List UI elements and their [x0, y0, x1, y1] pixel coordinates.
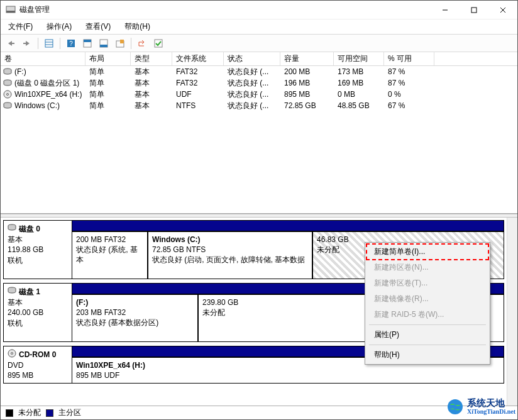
svg-point-29: [448, 399, 463, 414]
view-bottom-button[interactable]: [96, 36, 111, 50]
col-free[interactable]: 可用空间: [334, 52, 384, 65]
watermark-title: 系统天地: [467, 399, 515, 409]
menu-separator: [369, 345, 486, 345]
svg-point-23: [7, 94, 9, 96]
menu-properties[interactable]: 属性(P): [366, 327, 488, 343]
menu-view[interactable]: 查看(V): [80, 20, 116, 33]
maximize-button[interactable]: [460, 1, 488, 19]
menu-file[interactable]: 文件(F): [3, 20, 38, 33]
svg-point-28: [11, 353, 13, 355]
legend-swatch-unallocated: [6, 409, 13, 417]
volume-icon: [3, 67, 12, 76]
disk-topbar: [72, 220, 504, 231]
forward-button[interactable]: [19, 36, 35, 50]
legend-swatch-primary: [46, 409, 53, 417]
disk-info[interactable]: CD-ROM 0 DVD 895 MB: [3, 346, 72, 384]
minimize-button[interactable]: [431, 1, 460, 19]
svg-rect-8: [45, 40, 53, 47]
svg-rect-3: [471, 8, 477, 13]
settings-button[interactable]: [113, 36, 128, 50]
partition[interactable]: 200 MB FAT32 状态良好 (系统, 基本: [72, 231, 148, 279]
svg-rect-7: [23, 43, 26, 44]
col-status[interactable]: 状态: [224, 52, 280, 65]
back-button[interactable]: [3, 36, 18, 50]
help-button[interactable]: ?: [63, 36, 79, 50]
volume-row[interactable]: Win10XPE_x64 (H:) 简单 基本 UDF 状态良好 (... 89…: [1, 89, 517, 100]
volume-name: Win10XPE_x64 (H:): [14, 90, 82, 99]
menubar: 文件(F) 操作(A) 查看(V) 帮助(H): [1, 19, 517, 35]
menu-new-spanned-volume: 新建跨区卷(N)...: [366, 260, 488, 275]
globe-icon: [447, 399, 463, 415]
col-type[interactable]: 类型: [131, 52, 172, 65]
window-title: 磁盘管理: [19, 4, 431, 15]
volumes-header: 卷 布局 类型 文件系统 状态 容量 可用空间 % 可用: [1, 52, 517, 66]
menu-help[interactable]: 帮助(H): [119, 20, 155, 33]
svg-rect-19: [155, 40, 162, 47]
svg-rect-6: [11, 43, 14, 44]
app-icon: [6, 5, 16, 15]
volume-row[interactable]: Windows (C:) 简单 基本 NTFS 状态良好 (... 72.85 …: [1, 100, 517, 111]
volume-name: (磁盘 0 磁盘分区 1): [14, 78, 79, 89]
disk-info[interactable]: 磁盘 0 基本 119.88 GB 联机: [3, 220, 72, 279]
svg-rect-16: [100, 45, 107, 47]
menu-separator: [369, 324, 486, 325]
partition[interactable]: (F:) 203 MB FAT32 状态良好 (基本数据分区): [72, 294, 198, 342]
cd-icon: [8, 349, 16, 360]
disk-icon: [8, 223, 16, 235]
svg-rect-18: [120, 40, 124, 43]
col-filesystem[interactable]: 文件系统: [172, 52, 224, 65]
svg-text:?: ?: [69, 40, 73, 47]
menu-new-mirrored-volume: 新建镜像卷(R)...: [366, 291, 488, 307]
check-button[interactable]: [151, 36, 166, 50]
refresh-button[interactable]: [135, 36, 150, 50]
partition[interactable]: Windows (C:) 72.85 GB NTFS 状态良好 (启动, 页面文…: [148, 231, 312, 279]
volume-name: (F:): [14, 67, 26, 76]
col-volume[interactable]: 卷: [1, 52, 85, 65]
view-top-button[interactable]: [80, 36, 95, 50]
volume-row[interactable]: (磁盘 0 磁盘分区 1) 简单 基本 FAT32 状态良好 (... 196 …: [1, 77, 517, 89]
menu-new-simple-volume[interactable]: 新建简单卷(I)...: [366, 244, 488, 260]
menu-new-striped-volume: 新建带区卷(T)...: [366, 275, 488, 291]
col-size[interactable]: 容量: [280, 52, 334, 65]
titlebar: 磁盘管理: [1, 1, 517, 19]
volume-row[interactable]: (F:) 简单 基本 FAT32 状态良好 (... 200 MB 173 MB…: [1, 66, 517, 77]
svg-rect-14: [84, 40, 91, 42]
disk-info[interactable]: 磁盘 1 基本 240.00 GB 联机: [3, 283, 72, 342]
col-percent[interactable]: % 可用: [384, 52, 434, 65]
legend-label-primary: 主分区: [58, 407, 81, 418]
watermark-url: XiTongTianDi.net: [467, 409, 515, 416]
toolbar: ?: [1, 35, 517, 52]
legend-label-unallocated: 未分配: [18, 407, 41, 418]
close-button[interactable]: [488, 1, 517, 19]
col-layout[interactable]: 布局: [85, 52, 131, 65]
volume-icon: [3, 79, 12, 87]
watermark: 系统天地 XiTongTianDi.net: [447, 399, 515, 415]
menu-action[interactable]: 操作(A): [41, 20, 77, 33]
vertical-scrollbar[interactable]: [507, 218, 517, 406]
context-menu: 新建简单卷(I)... 新建跨区卷(N)... 新建带区卷(T)... 新建镜像…: [365, 242, 490, 365]
volume-name: Windows (C:): [14, 101, 60, 110]
cd-icon: [3, 90, 12, 99]
volume-icon: [3, 101, 12, 110]
disk-icon: [8, 286, 16, 297]
menu-help[interactable]: 帮助(H): [366, 347, 488, 363]
menu-new-raid5-volume: 新建 RAID-5 卷(W)...: [366, 307, 488, 323]
view-list-button[interactable]: [41, 36, 57, 50]
volumes-list: 卷 布局 类型 文件系统 状态 容量 可用空间 % 可用 (F:) 简单 基本 …: [1, 52, 517, 214]
legend: 未分配 主分区: [1, 406, 517, 419]
svg-rect-1: [6, 11, 15, 13]
